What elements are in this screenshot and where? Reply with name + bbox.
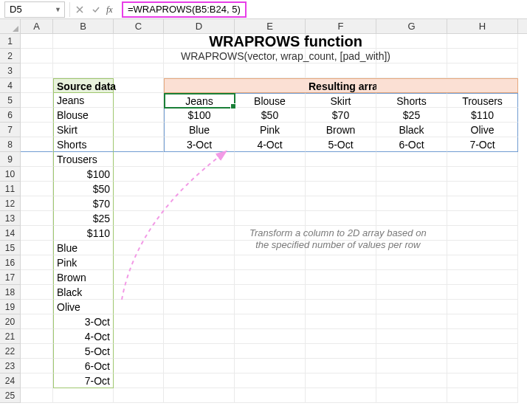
cancel-icon[interactable] (72, 1, 88, 18)
cell[interactable] (447, 226, 518, 241)
cell[interactable] (447, 270, 518, 285)
cell[interactable] (376, 255, 447, 270)
cell[interactable] (306, 152, 376, 167)
col-header-F[interactable]: F (306, 19, 376, 33)
result-cell[interactable]: Olive (447, 123, 518, 137)
cell[interactable] (306, 344, 376, 359)
cell[interactable] (21, 78, 53, 93)
cell[interactable] (447, 300, 518, 314)
cell[interactable] (376, 63, 447, 78)
cell[interactable] (447, 255, 518, 270)
cell[interactable] (306, 34, 376, 49)
cell[interactable] (114, 182, 164, 196)
cell[interactable] (21, 388, 53, 403)
row-header[interactable]: 2 (0, 49, 21, 63)
source-cell[interactable]: Brown (53, 270, 114, 285)
cell[interactable] (306, 49, 376, 63)
cell[interactable] (114, 123, 164, 137)
cell[interactable] (376, 344, 447, 359)
cell[interactable] (114, 93, 164, 108)
cell[interactable] (164, 329, 235, 344)
source-cell[interactable]: 4-Oct (53, 329, 114, 344)
cell[interactable] (21, 34, 53, 49)
row-header[interactable]: 8 (0, 137, 21, 152)
result-cell[interactable]: 5-Oct (306, 137, 376, 152)
cell[interactable] (21, 359, 53, 373)
row-header[interactable]: 23 (0, 359, 21, 373)
cell[interactable] (447, 34, 518, 49)
row-header[interactable]: 18 (0, 285, 21, 300)
cell[interactable] (164, 270, 235, 285)
cell[interactable] (114, 226, 164, 241)
cell[interactable] (235, 255, 306, 270)
cell[interactable] (114, 300, 164, 314)
cell[interactable] (21, 226, 53, 241)
cell[interactable] (235, 314, 306, 329)
cell[interactable] (21, 167, 53, 182)
source-cell[interactable]: Shorts (53, 137, 114, 152)
row-header[interactable]: 1 (0, 34, 21, 49)
source-cell[interactable]: 3-Oct (53, 314, 114, 329)
cell[interactable] (164, 359, 235, 373)
cell[interactable] (164, 167, 235, 182)
cell[interactable] (447, 211, 518, 226)
result-cell[interactable]: Jeans (164, 93, 235, 108)
cell[interactable] (447, 63, 518, 78)
row-header[interactable]: 7 (0, 123, 21, 137)
cell[interactable] (21, 300, 53, 314)
row-header[interactable]: 14 (0, 226, 21, 241)
cell[interactable] (114, 270, 164, 285)
cell[interactable] (447, 241, 518, 255)
result-header[interactable] (235, 78, 306, 93)
result-cell[interactable]: $25 (376, 108, 447, 123)
cell[interactable] (114, 211, 164, 226)
row-header[interactable]: 24 (0, 373, 21, 388)
cell[interactable] (376, 152, 447, 167)
result-cell[interactable]: Skirt (306, 93, 376, 108)
cell[interactable] (235, 211, 306, 226)
cell[interactable] (53, 63, 114, 78)
cell[interactable] (306, 329, 376, 344)
cell[interactable] (376, 211, 447, 226)
source-cell[interactable]: Black (53, 285, 114, 300)
result-cell[interactable]: 7-Oct (447, 137, 518, 152)
source-cell[interactable]: Skirt (53, 123, 114, 137)
enter-icon[interactable] (88, 1, 104, 18)
cell[interactable] (114, 388, 164, 403)
cell[interactable] (114, 152, 164, 167)
result-cell[interactable]: $100 (164, 108, 235, 123)
cell[interactable] (235, 300, 306, 314)
cell[interactable] (21, 108, 53, 123)
cell[interactable] (164, 63, 235, 78)
result-cell[interactable]: Trousers (447, 93, 518, 108)
cell[interactable] (21, 182, 53, 196)
cell[interactable] (114, 49, 164, 63)
result-cell[interactable]: 3-Oct (164, 137, 235, 152)
cell[interactable] (164, 285, 235, 300)
row-header[interactable]: 3 (0, 63, 21, 78)
cell[interactable] (376, 285, 447, 300)
cell[interactable] (306, 373, 376, 388)
cell[interactable] (114, 344, 164, 359)
cell[interactable] (447, 314, 518, 329)
cell[interactable] (376, 329, 447, 344)
source-cell[interactable]: $25 (53, 211, 114, 226)
cell[interactable] (164, 314, 235, 329)
result-cell[interactable]: $110 (447, 108, 518, 123)
source-cell[interactable]: Blue (53, 241, 114, 255)
cell[interactable] (376, 300, 447, 314)
result-cell[interactable]: $70 (306, 108, 376, 123)
result-cell[interactable]: Shorts (376, 93, 447, 108)
cell[interactable] (21, 211, 53, 226)
cell[interactable] (21, 137, 53, 152)
cell[interactable] (235, 63, 306, 78)
col-header-B[interactable]: B (53, 19, 114, 33)
cell[interactable] (235, 167, 306, 182)
source-cell[interactable]: 6-Oct (53, 359, 114, 373)
cell[interactable] (53, 49, 114, 63)
col-header-D[interactable]: D (164, 19, 235, 33)
cell[interactable] (235, 182, 306, 196)
result-header[interactable] (376, 78, 447, 93)
cell[interactable] (114, 359, 164, 373)
cell[interactable] (21, 196, 53, 211)
